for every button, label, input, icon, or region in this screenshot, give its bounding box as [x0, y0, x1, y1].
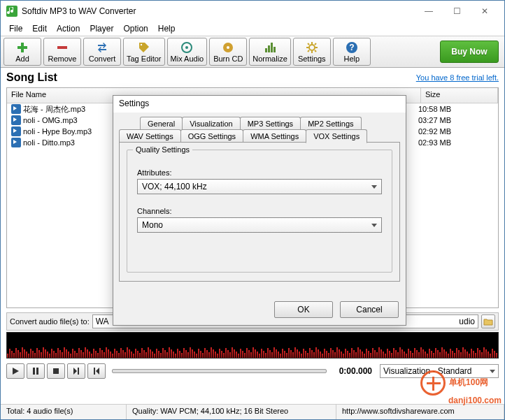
svg-rect-11	[271, 43, 273, 52]
help-button[interactable]: ?Help	[333, 38, 371, 66]
menu-player[interactable]: Player	[85, 22, 118, 35]
normalize-button[interactable]: Normalize	[249, 38, 291, 66]
help-icon: ?	[346, 41, 358, 54]
svg-point-13	[309, 45, 315, 50]
attributes-label: Attributes:	[137, 168, 382, 177]
svg-point-6	[185, 46, 188, 49]
seek-bar[interactable]	[112, 369, 327, 373]
quality-groupbox: Quality Settings Attributes: VOX; 44,100…	[127, 150, 392, 273]
watermark: 单机100网 danji100.com	[420, 370, 502, 405]
minimize-button[interactable]: —	[415, 4, 443, 18]
trial-link[interactable]: You have 8 free trial left.	[416, 73, 499, 82]
dialog-tabs: General Visualization MP3 Settings MP2 S…	[113, 113, 406, 282]
tab-wma[interactable]: WMA Settings	[243, 129, 306, 143]
menu-bar: File Edit Action Player Option Help	[1, 22, 504, 36]
svg-rect-3	[57, 46, 67, 49]
browse-button[interactable]	[481, 314, 495, 328]
status-quality: Quality: WAV PCM; 44,100 kHz; 16 Bit Ste…	[127, 405, 336, 419]
play-button[interactable]	[6, 363, 24, 379]
toolbtn-label: Settings	[298, 55, 326, 63]
burn-cd-button[interactable]: Burn CD	[209, 38, 247, 66]
audio-file-icon	[11, 126, 21, 136]
svg-text:?: ?	[349, 43, 354, 52]
tag-editor-icon	[138, 41, 150, 54]
menu-file[interactable]: File	[5, 22, 27, 35]
close-button[interactable]: ✕	[471, 4, 499, 18]
tab-mp3[interactable]: MP3 Settings	[240, 117, 301, 130]
cancel-button[interactable]: Cancel	[340, 301, 399, 318]
tab-ogg[interactable]: OGG Settings	[180, 129, 243, 143]
toolbtn-label: Normalize	[252, 55, 287, 63]
status-total: Total: 4 audio file(s)	[1, 405, 127, 419]
menu-action[interactable]: Action	[52, 22, 84, 35]
menu-help[interactable]: Help	[154, 22, 180, 35]
svg-point-8	[227, 46, 229, 49]
maximize-button[interactable]: ☐	[443, 4, 471, 18]
tag-editor-button[interactable]: Tag Editor	[123, 38, 165, 66]
svg-rect-17	[36, 368, 38, 375]
prev-button[interactable]	[87, 363, 106, 379]
play-time: 0:00.000	[333, 366, 372, 376]
toolbtn-label: Add	[15, 55, 29, 63]
toolbtn-label: Convert	[89, 55, 116, 63]
settings-icon	[306, 41, 318, 54]
settings-button[interactable]: Settings	[293, 38, 331, 66]
column-size[interactable]: Size	[421, 88, 498, 103]
ok-button[interactable]: OK	[274, 301, 333, 318]
group-legend: Quality Settings	[133, 145, 192, 154]
dialog-title: Settings	[113, 96, 406, 113]
tab-mp2[interactable]: MP2 Settings	[300, 117, 361, 130]
normalize-icon	[264, 41, 276, 54]
watermark-icon	[420, 370, 446, 396]
tab-wav[interactable]: WAV Settings	[119, 129, 181, 143]
toolbtn-label: Help	[343, 55, 360, 63]
svg-rect-18	[53, 368, 59, 374]
tab-general[interactable]: General	[140, 117, 183, 130]
toolbtn-label: Tag Editor	[127, 55, 162, 63]
channels-label: Channels:	[137, 207, 382, 215]
toolbtn-label: Mix Audio	[171, 55, 204, 63]
file-size: 02:93 MB	[418, 138, 451, 147]
songlist-title: Song List	[6, 71, 57, 84]
toolbtn-label: Remove	[48, 55, 77, 63]
channels-select[interactable]: Mono	[137, 217, 382, 233]
tab-visualization[interactable]: Visualization	[182, 117, 241, 130]
format-value-right: udio	[459, 317, 475, 326]
convert-icon	[96, 41, 108, 54]
format-value-left: WA	[96, 317, 109, 326]
next-button[interactable]	[67, 363, 85, 379]
remove-button[interactable]: Remove	[43, 38, 81, 66]
attributes-select[interactable]: VOX; 44,100 kHz	[137, 179, 382, 194]
convert-button[interactable]: Convert	[83, 38, 121, 66]
status-bar: Total: 4 audio file(s) Quality: WAV PCM;…	[1, 404, 504, 419]
mix-audio-icon	[180, 41, 193, 54]
convert-label: Convert audio file(s) to:	[10, 317, 90, 326]
visualization-panel	[6, 332, 499, 359]
folder-icon	[483, 317, 493, 326]
toolbar: AddRemoveConvertTag EditorMix AudioBurn …	[1, 36, 504, 68]
burn-cd-icon	[222, 41, 234, 54]
stop-button[interactable]	[47, 363, 65, 379]
watermark-site: danji100.com	[448, 396, 502, 405]
audio-file-icon	[11, 104, 21, 114]
app-icon	[6, 6, 17, 17]
menu-edit[interactable]: Edit	[28, 22, 51, 35]
pause-button[interactable]	[27, 363, 45, 379]
add-icon	[16, 41, 29, 54]
mix-audio-button[interactable]: Mix Audio	[167, 38, 208, 66]
add-button[interactable]: Add	[3, 38, 41, 66]
buy-now-button[interactable]: Buy Now	[440, 41, 499, 63]
attributes-value: VOX; 44,100 kHz	[142, 182, 207, 191]
svg-rect-10	[268, 45, 270, 52]
file-size: 03:27 MB	[418, 116, 451, 124]
window-title: Softdiv MP3 to WAV Converter	[22, 6, 415, 16]
status-url: http://www.softdivshareware.com	[336, 405, 504, 419]
chevron-down-icon	[371, 224, 377, 227]
songlist-header: Song List You have 8 free trial left.	[1, 68, 504, 87]
tab-vox[interactable]: VOX Settings	[306, 129, 367, 143]
dialog-buttons: OK Cancel	[113, 294, 406, 325]
svg-rect-2	[17, 46, 27, 49]
audio-file-icon	[11, 115, 21, 125]
svg-rect-20	[94, 368, 95, 375]
menu-option[interactable]: Option	[119, 22, 152, 35]
